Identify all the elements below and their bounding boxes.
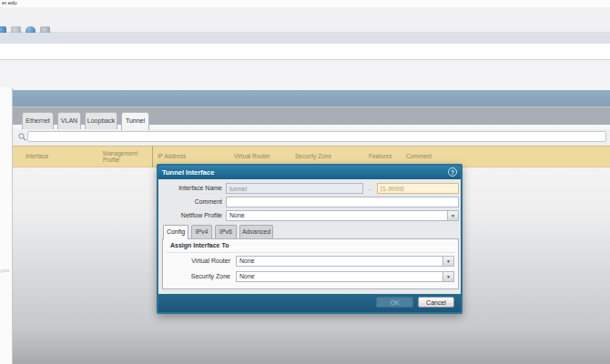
netflow-dropdown-button[interactable]: ▼ — [447, 211, 458, 220]
name-separator: . — [366, 183, 373, 194]
group-divider — [166, 252, 455, 253]
ok-button[interactable]: OK — [376, 297, 413, 308]
comment-input[interactable] — [226, 197, 459, 207]
dialog-title: Tunnel Interface — [162, 166, 214, 179]
security-zone-select[interactable]: None ▼ — [236, 271, 454, 282]
column-interface[interactable]: Interface — [25, 146, 94, 167]
subtab-ethernet[interactable]: Ethernet — [22, 112, 54, 129]
browser-tab-strip: × + — [0, 33, 610, 44]
virtual-router-select[interactable]: None ▼ — [236, 256, 454, 267]
window-title: er.edu — [2, 0, 17, 5]
chevron-down-icon: ▼ — [451, 214, 455, 218]
subtab-vlan[interactable]: VLAN — [57, 112, 81, 129]
chevron-down-icon: ▼ — [446, 275, 451, 279]
netflow-profile-select[interactable]: None ▼ — [226, 210, 459, 221]
assign-interface-group-label: Assign Interface To — [170, 242, 229, 248]
column-divider[interactable] — [152, 146, 153, 167]
background-text-fragment: ypto — [0, 268, 9, 273]
filter-input[interactable] — [27, 131, 606, 142]
virtual-router-label: Virtual Router — [163, 256, 230, 267]
subtab-loopback[interactable]: Loopback — [85, 112, 117, 129]
dialog-tab-ipv6[interactable]: IPv6 — [215, 225, 237, 238]
url-bar[interactable]: 172.31.199.70/#network::vsys1::network/i… — [0, 44, 610, 60]
search-icon — [18, 133, 26, 141]
help-icon[interactable]: ? — [448, 167, 457, 177]
chevron-down-icon: ▼ — [446, 259, 451, 264]
comment-label: Comment — [158, 197, 222, 207]
column-management-profile[interactable]: Management Profile — [103, 146, 147, 167]
config-tab-panel: Assign Interface To Virtual Router None … — [162, 238, 459, 289]
dialog-tab-advanced[interactable]: Advanced — [239, 225, 273, 238]
interface-name-input — [226, 183, 363, 194]
security-zone-label: Security Zone — [163, 271, 230, 282]
collapsed-side-panel[interactable] — [0, 87, 13, 364]
netflow-profile-label: Netflow Profile — [158, 210, 222, 221]
screen: er.edu × + 172.31.199.70/#network::vsys1… — [0, 0, 610, 364]
dialog-tab-ipv4[interactable]: IPv4 — [191, 225, 212, 238]
tunnel-interface-dialog: Tunnel Interface ? Interface Name . Comm… — [157, 164, 463, 314]
security-zone-dropdown-button[interactable]: ▼ — [442, 272, 453, 281]
window-title-bar: er.edu — [0, 0, 610, 7]
virtual-router-value: None — [237, 257, 442, 266]
interface-name-label: Interface Name — [158, 183, 222, 194]
cancel-button[interactable]: Cancel — [418, 297, 454, 308]
interface-number-input[interactable] — [377, 183, 459, 194]
subtab-tunnel[interactable]: Tunnel — [121, 112, 149, 130]
security-zone-value: None — [237, 272, 442, 281]
dialog-tab-config[interactable]: Config — [163, 225, 188, 239]
dialog-footer — [158, 294, 461, 312]
netflow-profile-value: None — [227, 211, 447, 220]
remote-toolbar — [0, 7, 610, 33]
app-header: Dashboard ACC Monitor Policies Objects N… — [0, 60, 610, 90]
breadcrumb-bar — [0, 90, 610, 106]
virtual-router-dropdown-button[interactable]: ▼ — [442, 257, 453, 266]
dialog-header[interactable]: Tunnel Interface ? — [158, 166, 461, 179]
